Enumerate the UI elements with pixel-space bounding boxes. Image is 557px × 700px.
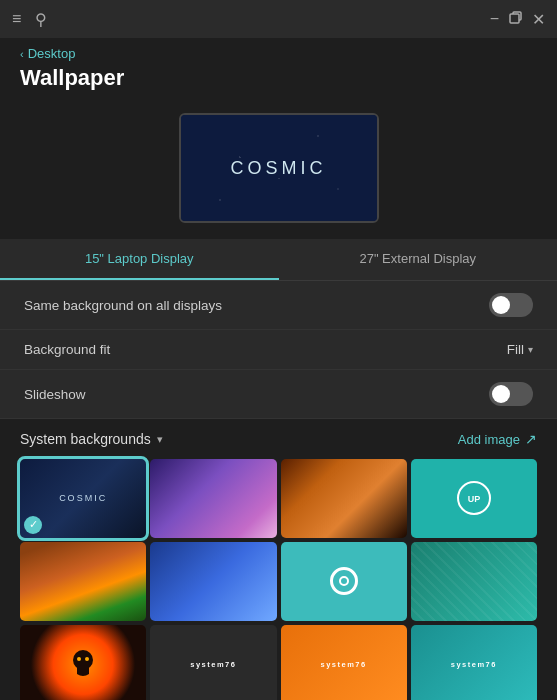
sys76-dark-text: system76 [190, 660, 236, 669]
wallpaper-thumb[interactable] [20, 542, 146, 621]
section-header: System backgrounds ▾ Add image ↗ [0, 419, 557, 455]
settings-section: Same background on all displays Backgrou… [0, 281, 557, 419]
section-title-arrow-icon: ▾ [157, 433, 163, 446]
svg-rect-0 [510, 14, 519, 23]
tab-laptop-display[interactable]: 15" Laptop Display [0, 239, 279, 280]
wallpaper-thumb[interactable] [281, 542, 407, 621]
wallpaper-grid: COSMIC ✓ UP system76 system [0, 455, 557, 700]
same-background-label: Same background on all displays [24, 298, 222, 313]
selected-checkmark: ✓ [24, 516, 42, 534]
search-icon[interactable]: ⚲ [35, 10, 47, 29]
scale-texture [411, 542, 537, 621]
wallpaper-thumb[interactable]: system76 [411, 625, 537, 700]
titlebar-right: − ✕ [490, 10, 545, 29]
add-image-label: Add image [458, 432, 520, 447]
wallpaper-thumb[interactable]: COSMIC ✓ [20, 459, 146, 538]
header: ‹ Desktop Wallpaper [0, 38, 557, 103]
potential-logo: UP [455, 479, 493, 517]
section-title-label: System backgrounds [20, 431, 151, 447]
svg-point-4 [77, 657, 81, 661]
wallpaper-thumb[interactable] [150, 542, 276, 621]
titlebar-left: ≡ ⚲ [12, 10, 47, 29]
breadcrumb-chevron-icon: ‹ [20, 48, 24, 60]
breadcrumb[interactable]: ‹ Desktop [20, 46, 537, 61]
wallpaper-thumb[interactable] [411, 542, 537, 621]
wallpaper-thumb[interactable] [150, 459, 276, 538]
restore-icon[interactable] [509, 10, 522, 28]
cosmic-text: COSMIC [59, 493, 107, 503]
wallpaper-thumb[interactable]: system76 [281, 625, 407, 700]
same-background-toggle[interactable] [489, 293, 533, 317]
tabs-container: 15" Laptop Display 27" External Display [0, 239, 557, 281]
pop-os-logo [330, 567, 358, 595]
preview-frame: COSMIC [179, 113, 379, 223]
spooky-glow [20, 625, 146, 700]
titlebar: ≡ ⚲ − ✕ [0, 0, 557, 38]
minimize-icon[interactable]: − [490, 10, 499, 28]
dropdown-arrow-icon: ▾ [528, 344, 533, 355]
preview-text: COSMIC [231, 158, 327, 179]
background-fit-row: Background fit Fill ▾ [0, 330, 557, 370]
wallpaper-thumb[interactable]: system76 [150, 625, 276, 700]
section-title[interactable]: System backgrounds ▾ [20, 431, 163, 447]
add-image-button[interactable]: Add image ↗ [458, 431, 537, 447]
sys76-orange-text: system76 [321, 660, 367, 669]
menu-icon[interactable]: ≡ [12, 10, 21, 28]
breadcrumb-label: Desktop [28, 46, 76, 61]
spooky-icon [71, 650, 95, 678]
slideshow-row: Slideshow [0, 370, 557, 419]
preview-area: COSMIC [0, 103, 557, 239]
pop-os-inner-circle [339, 576, 349, 586]
sys76-teal-text: system76 [451, 660, 497, 669]
wallpaper-thumb[interactable] [20, 625, 146, 700]
wallpaper-thumb[interactable]: UP [411, 459, 537, 538]
svg-text:UP: UP [468, 494, 481, 504]
external-link-icon: ↗ [525, 431, 537, 447]
background-fit-label: Background fit [24, 342, 110, 357]
close-icon[interactable]: ✕ [532, 10, 545, 29]
background-fit-dropdown[interactable]: Fill ▾ [507, 342, 533, 357]
wallpaper-thumb[interactable] [281, 459, 407, 538]
slideshow-label: Slideshow [24, 387, 86, 402]
tab-external-display[interactable]: 27" External Display [279, 239, 558, 280]
page-title: Wallpaper [20, 65, 537, 91]
slideshow-toggle[interactable] [489, 382, 533, 406]
same-background-row: Same background on all displays [0, 281, 557, 330]
svg-point-5 [85, 657, 89, 661]
